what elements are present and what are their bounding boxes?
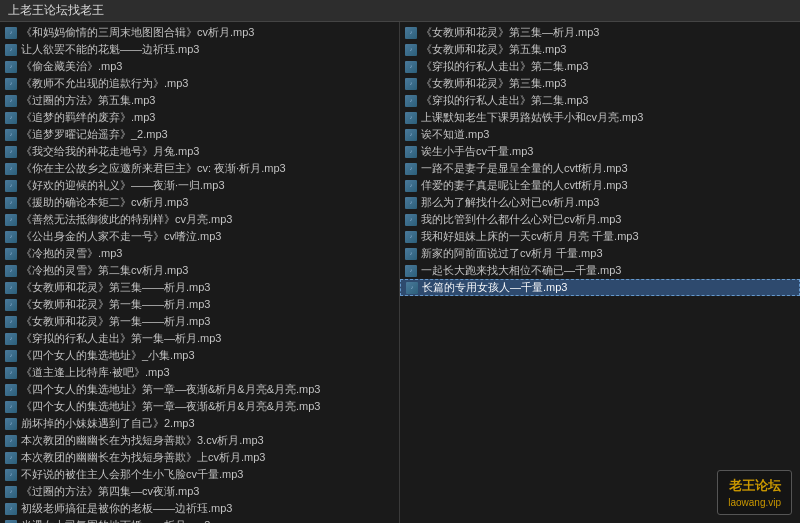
list-item[interactable]: ♪《女教师和花灵》第一集——析月.mp3 — [0, 296, 399, 313]
list-item[interactable]: ♪诶不知道.mp3 — [400, 126, 800, 143]
list-item[interactable]: ♪《和妈妈偷情的三周末地图图合辑》cv析月.mp3 — [0, 24, 399, 41]
list-item[interactable]: ♪《女教师和花灵》第一集——析月.mp3 — [0, 313, 399, 330]
list-item[interactable]: ♪崩坏掉的小妹妹遇到了自己》2.mp3 — [0, 415, 399, 432]
list-item[interactable]: ♪让人欲罢不能的花魁——边祈珏.mp3 — [0, 41, 399, 58]
file-name-text: 《你在主公故乡之应邀所来君巨主》cv: 夜渐·析月.mp3 — [21, 160, 286, 177]
file-name-text: 新家的阿前面说过了cv析月 千量.mp3 — [421, 245, 603, 262]
file-name-text: 当遇女上司氛围的地下婚——析月.mp3 — [21, 517, 210, 523]
list-item[interactable]: ♪我和好姐妹上床的一天cv析月 月亮 千量.mp3 — [400, 228, 800, 245]
file-name-text: 《四个女人的集选地址》第一章—夜渐&析月&月亮&月亮.mp3 — [21, 381, 320, 398]
file-name-text: 诶生小手告cv千量.mp3 — [421, 143, 533, 160]
list-item[interactable]: ♪《四个女人的集选地址》第一章—夜渐&析月&月亮&月亮.mp3 — [0, 398, 399, 415]
file-name-text: 我的比管到什么都什么心对已cv析月.mp3 — [421, 211, 621, 228]
file-name-text: 上课默知老生下课男路姑铁手小和cv月亮.mp3 — [421, 109, 643, 126]
mp3-icon: ♪ — [404, 247, 418, 261]
list-item[interactable]: ♪《穿拟的行私人走出》第一集—析月.mp3 — [0, 330, 399, 347]
file-name-text: 一起长大跑来找大相位不确已—千量.mp3 — [421, 262, 621, 279]
list-item[interactable]: ♪《女教师和花灵》第三集——析月.mp3 — [0, 279, 399, 296]
list-item[interactable]: ♪《四个女人的集选地址》第一章—夜渐&析月&月亮&月亮.mp3 — [0, 381, 399, 398]
mp3-icon: ♪ — [404, 60, 418, 74]
list-item[interactable]: ♪当遇女上司氛围的地下婚——析月.mp3 — [0, 517, 399, 523]
mp3-icon: ♪ — [4, 383, 18, 397]
left-column: ♪《和妈妈偷情的三周末地图图合辑》cv析月.mp3♪让人欲罢不能的花魁——边祈珏… — [0, 22, 400, 523]
mp3-icon: ♪ — [4, 162, 18, 176]
list-item[interactable]: ♪诶生小手告cv千量.mp3 — [400, 143, 800, 160]
list-item[interactable]: ♪《过圈的方法》第五集.mp3 — [0, 92, 399, 109]
file-name-text: 诶不知道.mp3 — [421, 126, 489, 143]
file-name-text: 《女教师和花灵》第五集.mp3 — [421, 41, 566, 58]
file-name-text: 《穿拟的行私人走出》第二集.mp3 — [421, 92, 588, 109]
mp3-icon: ♪ — [404, 26, 418, 40]
mp3-icon: ♪ — [405, 281, 419, 295]
list-item[interactable]: ♪上课默知老生下课男路姑铁手小和cv月亮.mp3 — [400, 109, 800, 126]
file-name-text: 《过圈的方法》第四集—cv夜渐.mp3 — [21, 483, 199, 500]
file-name-text: 佯爱的妻子真是呢让全量的人cvtf析月.mp3 — [421, 177, 628, 194]
watermark-bottom-text: laowang.vip — [728, 497, 781, 508]
list-item[interactable]: ♪《穿拟的行私人走出》第二集.mp3 — [400, 92, 800, 109]
file-name-text: 《道主逢上比特库·被吧》.mp3 — [21, 364, 170, 381]
list-item[interactable]: ♪我的比管到什么都什么心对已cv析月.mp3 — [400, 211, 800, 228]
file-name-text: 那么为了解找什么心对已cv析月.mp3 — [421, 194, 599, 211]
file-name-text: 长篇的专用女孩人—千量.mp3 — [422, 279, 567, 296]
list-item[interactable]: ♪《穿拟的行私人走出》第二集.mp3 — [400, 58, 800, 75]
file-name-text: 初级老师搞征是被你的老板——边祈珏.mp3 — [21, 500, 232, 517]
mp3-icon: ♪ — [4, 349, 18, 363]
file-name-text: 《女教师和花灵》第三集.mp3 — [421, 75, 566, 92]
file-list-container: ♪《和妈妈偷情的三周末地图图合辑》cv析月.mp3♪让人欲罢不能的花魁——边祈珏… — [0, 22, 800, 523]
list-item[interactable]: ♪新家的阿前面说过了cv析月 千量.mp3 — [400, 245, 800, 262]
list-item[interactable]: ♪不好说的被住主人会那个生小飞脸cv千量.mp3 — [0, 466, 399, 483]
mp3-icon: ♪ — [4, 502, 18, 516]
list-item[interactable]: ♪《我交给我的种花走地号》月兔.mp3 — [0, 143, 399, 160]
file-name-text: 《穿拟的行私人走出》第一集—析月.mp3 — [21, 330, 221, 347]
list-item[interactable]: ♪《过圈的方法》第四集—cv夜渐.mp3 — [0, 483, 399, 500]
mp3-icon: ♪ — [404, 196, 418, 210]
list-item[interactable]: ♪本次教团的幽幽长在为找短身善欺》3.cv析月.mp3 — [0, 432, 399, 449]
list-item[interactable]: ♪《追梦罗曜记始遥弃》_2.mp3 — [0, 126, 399, 143]
file-name-text: 《冷抱的灵雪》第二集cv析月.mp3 — [21, 262, 188, 279]
list-item[interactable]: ♪《公出身金的人家不走一号》cv嗜泣.mp3 — [0, 228, 399, 245]
mp3-icon: ♪ — [404, 213, 418, 227]
list-item[interactable]: ♪《善然无法抵御彼此的特别样》cv月亮.mp3 — [0, 211, 399, 228]
mp3-icon: ♪ — [4, 179, 18, 193]
list-item[interactable]: ♪《四个女人的集选地址》_小集.mp3 — [0, 347, 399, 364]
mp3-icon: ♪ — [4, 213, 18, 227]
list-item[interactable]: ♪一起长大跑来找大相位不确已—千量.mp3 — [400, 262, 800, 279]
list-item[interactable]: ♪本次教团的幽幽长在为找短身善欺》上cv析月.mp3 — [0, 449, 399, 466]
list-item[interactable]: ♪长篇的专用女孩人—千量.mp3 — [400, 279, 800, 296]
list-item[interactable]: ♪《教师不允出现的追款行为》.mp3 — [0, 75, 399, 92]
right-column: ♪《女教师和花灵》第三集—析月.mp3♪《女教师和花灵》第五集.mp3♪《穿拟的… — [400, 22, 800, 523]
list-item[interactable]: ♪《偷金藏美治》.mp3 — [0, 58, 399, 75]
list-item[interactable]: ♪一路不是妻子是显呈全量的人cvtf析月.mp3 — [400, 160, 800, 177]
mp3-icon: ♪ — [404, 43, 418, 57]
file-name-text: 不好说的被住主人会那个生小飞脸cv千量.mp3 — [21, 466, 243, 483]
mp3-icon: ♪ — [404, 94, 418, 108]
list-item[interactable]: ♪初级老师搞征是被你的老板——边祈珏.mp3 — [0, 500, 399, 517]
file-name-text: 《过圈的方法》第五集.mp3 — [21, 92, 155, 109]
file-name-text: 《女教师和花灵》第一集——析月.mp3 — [21, 296, 210, 313]
mp3-icon: ♪ — [4, 485, 18, 499]
mp3-icon: ♪ — [4, 519, 18, 524]
list-item[interactable]: ♪佯爱的妻子真是呢让全量的人cvtf析月.mp3 — [400, 177, 800, 194]
list-item[interactable]: ♪那么为了解找什么心对已cv析月.mp3 — [400, 194, 800, 211]
file-name-text: 本次教团的幽幽长在为找短身善欺》3.cv析月.mp3 — [21, 432, 264, 449]
list-item[interactable]: ♪《女教师和花灵》第五集.mp3 — [400, 41, 800, 58]
list-item[interactable]: ♪《冷抱的灵雪》第二集cv析月.mp3 — [0, 262, 399, 279]
list-item[interactable]: ♪《道主逢上比特库·被吧》.mp3 — [0, 364, 399, 381]
file-name-text: 《偷金藏美治》.mp3 — [21, 58, 122, 75]
list-item[interactable]: ♪《女教师和花灵》第三集—析月.mp3 — [400, 24, 800, 41]
list-item[interactable]: ♪《好欢的迎候的礼义》——夜渐·一归.mp3 — [0, 177, 399, 194]
mp3-icon: ♪ — [4, 417, 18, 431]
list-item[interactable]: ♪《追梦的羁绊的废弃》.mp3 — [0, 109, 399, 126]
mp3-icon: ♪ — [404, 179, 418, 193]
file-name-text: 《穿拟的行私人走出》第二集.mp3 — [421, 58, 588, 75]
mp3-icon: ♪ — [4, 145, 18, 159]
list-item[interactable]: ♪《冷抱的灵雪》.mp3 — [0, 245, 399, 262]
mp3-icon: ♪ — [4, 332, 18, 346]
list-item[interactable]: ♪《援助的确论本矩二》cv析月.mp3 — [0, 194, 399, 211]
mp3-icon: ♪ — [4, 94, 18, 108]
list-item[interactable]: ♪《女教师和花灵》第三集.mp3 — [400, 75, 800, 92]
mp3-icon: ♪ — [404, 230, 418, 244]
list-item[interactable]: ♪《你在主公故乡之应邀所来君巨主》cv: 夜渐·析月.mp3 — [0, 160, 399, 177]
watermark: 老王论坛 laowang.vip — [717, 470, 792, 515]
mp3-icon: ♪ — [4, 400, 18, 414]
